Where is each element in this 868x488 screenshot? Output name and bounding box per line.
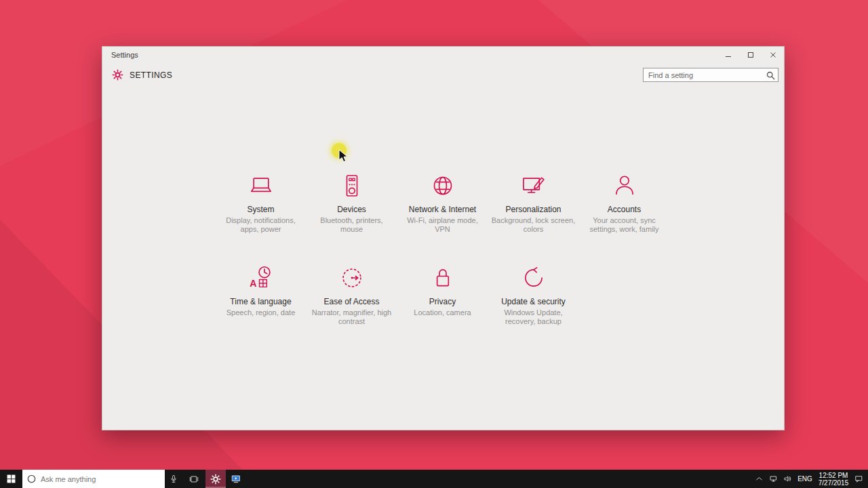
desktop[interactable]: { "window": { "title": "Settings", "cont…: [0, 0, 868, 488]
start-button[interactable]: [0, 470, 22, 488]
microphone-icon: [169, 474, 178, 485]
tile-devices[interactable]: Devices Bluetooth, printers, mouse: [307, 172, 397, 264]
clock-time: 12:52 PM: [815, 472, 852, 479]
ease-of-access-icon: [307, 264, 397, 293]
settings-search-box: [643, 68, 778, 82]
network-globe-icon: [397, 172, 488, 201]
settings-search-input[interactable]: [643, 68, 778, 82]
tile-subtitle: Background, lock screen, colors: [488, 216, 579, 234]
tile-subtitle: Bluetooth, printers, mouse: [307, 216, 397, 234]
windows-logo-icon: [6, 474, 16, 484]
movies-tv-icon: [231, 474, 241, 485]
tile-title: Accounts: [579, 205, 670, 214]
tile-title: Personalization: [488, 205, 579, 214]
window-title: Settings: [111, 51, 138, 59]
settings-window: Settings SETTINGS: [102, 46, 785, 430]
tile-title: Devices: [307, 205, 397, 214]
accounts-person-icon: [579, 172, 670, 201]
svg-text:A: A: [250, 278, 256, 289]
gear-icon: [210, 474, 221, 485]
maximize-icon: [747, 52, 754, 58]
taskbar-search-box[interactable]: [22, 470, 165, 488]
tray-overflow-button[interactable]: [752, 470, 766, 488]
cortana-circle-icon: [26, 474, 37, 484]
chevron-up-icon: [755, 474, 764, 483]
privacy-lock-icon: [397, 264, 488, 293]
tile-ease-of-access[interactable]: Ease of Access Narrator, magnifier, high…: [307, 264, 397, 357]
personalization-icon: [488, 172, 579, 201]
tile-subtitle: Display, notifications, apps, power: [216, 216, 307, 234]
mouse-cursor: [338, 149, 348, 163]
taskbar-search-input[interactable]: [41, 475, 161, 483]
tile-title: Time & language: [216, 297, 307, 306]
tile-subtitle: Narrator, magnifier, high contrast: [307, 308, 397, 326]
tile-accounts[interactable]: Accounts Your account, sync settings, wo…: [579, 172, 670, 264]
window-controls: [717, 47, 784, 62]
clock-date: 7/27/2015: [815, 479, 852, 487]
clock[interactable]: 12:52 PM 7/27/2015: [815, 472, 852, 487]
network-icon: [769, 474, 778, 483]
minimize-button[interactable]: [717, 47, 739, 62]
task-view-button[interactable]: [182, 470, 205, 488]
language-indicator[interactable]: ENG: [795, 475, 815, 483]
time-language-icon: A: [216, 264, 307, 293]
tile-subtitle: Windows Update, recovery, backup: [488, 308, 579, 326]
action-center-icon: [854, 474, 863, 483]
taskbar: ENG 12:52 PM 7/27/2015: [0, 470, 868, 488]
grid-row-1: System Display, notifications, apps, pow…: [216, 172, 671, 264]
tile-title: Ease of Access: [307, 297, 397, 306]
close-button[interactable]: [762, 47, 784, 62]
system-laptop-icon: [216, 172, 307, 201]
task-view-icon: [189, 474, 199, 485]
tile-system[interactable]: System Display, notifications, apps, pow…: [216, 172, 307, 264]
system-tray: ENG 12:52 PM 7/27/2015: [752, 470, 868, 488]
minimize-icon: [725, 52, 732, 58]
tile-personalization[interactable]: Personalization Background, lock screen,…: [488, 172, 579, 264]
gear-icon: [112, 69, 123, 81]
settings-category-grid: System Display, notifications, apps, pow…: [216, 172, 671, 357]
search-icon[interactable]: [766, 70, 775, 79]
update-security-icon: [488, 264, 579, 293]
tile-title: System: [216, 205, 307, 214]
tile-update-security[interactable]: Update & security Windows Update, recove…: [488, 264, 579, 357]
settings-header: SETTINGS: [102, 63, 784, 83]
tile-privacy[interactable]: Privacy Location, camera: [397, 264, 488, 357]
devices-icon: [307, 172, 397, 201]
grid-row-2: A Time & language Speech, region, date: [216, 264, 671, 357]
maximize-button[interactable]: [739, 47, 762, 62]
network-status-button[interactable]: [766, 470, 781, 488]
tile-title: Network & Internet: [397, 205, 488, 214]
close-icon: [770, 52, 776, 58]
microphone-button[interactable]: [165, 470, 182, 488]
page-title: SETTINGS: [130, 70, 172, 80]
tile-network-internet[interactable]: Network & Internet Wi-Fi, airplane mode,…: [397, 172, 488, 264]
tile-title: Privacy: [397, 297, 488, 306]
tile-subtitle: Speech, region, date: [216, 308, 307, 317]
tile-subtitle: Location, camera: [397, 308, 488, 317]
action-center-button[interactable]: [852, 470, 866, 488]
taskbar-movies-tv-app[interactable]: [226, 470, 246, 488]
tile-title: Update & security: [488, 297, 579, 306]
window-titlebar[interactable]: Settings: [102, 47, 784, 63]
tile-time-language[interactable]: A Time & language Speech, region, date: [216, 264, 307, 357]
taskbar-settings-app[interactable]: [205, 470, 226, 488]
volume-icon: [783, 474, 792, 483]
volume-button[interactable]: [781, 470, 795, 488]
tile-subtitle: Wi-Fi, airplane mode, VPN: [397, 216, 488, 234]
tile-subtitle: Your account, sync settings, work, famil…: [579, 216, 670, 234]
